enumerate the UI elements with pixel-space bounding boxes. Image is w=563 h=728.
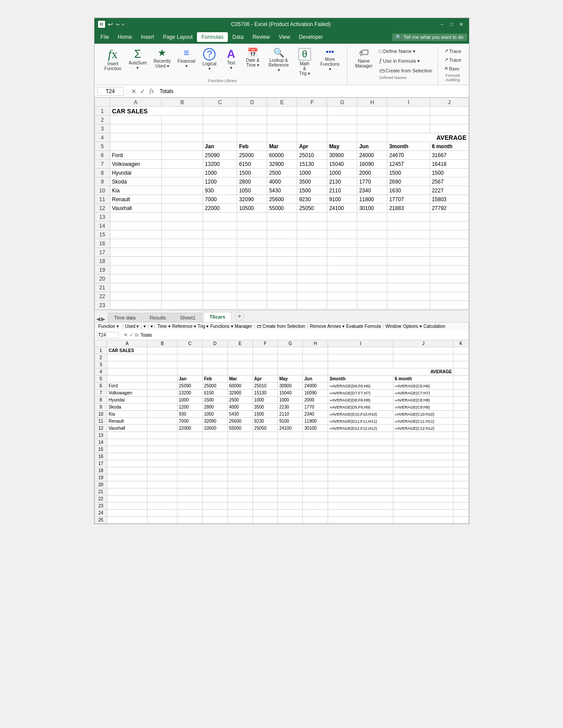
cell-D11[interactable]: 32090 bbox=[237, 195, 267, 204]
cell-B6[interactable] bbox=[162, 151, 203, 160]
cell-G9[interactable]: 2130 bbox=[327, 177, 357, 186]
create-from-selection-button[interactable]: 🗃 Create from Selection bbox=[378, 67, 434, 75]
cell-E12[interactable]: 55000 bbox=[267, 204, 297, 213]
cell-G2[interactable] bbox=[327, 116, 357, 124]
undo-icon[interactable]: ↩ bbox=[108, 21, 113, 28]
cell-C1[interactable] bbox=[203, 107, 237, 116]
sheet-tab-sheet1[interactable]: Sheet1 bbox=[174, 313, 202, 322]
cell-I3[interactable] bbox=[387, 124, 430, 133]
second-ribbon-function[interactable]: Function ▾ bbox=[97, 323, 121, 329]
cell-H11[interactable]: 11800 bbox=[357, 195, 387, 204]
cell-C8[interactable]: 1000 bbox=[203, 169, 237, 177]
cell-may[interactable]: May bbox=[327, 142, 357, 151]
cell-G7[interactable]: 15040 bbox=[327, 160, 357, 169]
cell-E4[interactable] bbox=[267, 133, 297, 142]
cell-D2[interactable] bbox=[237, 116, 267, 124]
cell-J3[interactable] bbox=[430, 124, 469, 133]
cell-average-header[interactable]: AVERAGE bbox=[387, 133, 469, 142]
cell-H2[interactable] bbox=[357, 116, 387, 124]
second-ribbon-time[interactable]: Time ▾ bbox=[157, 324, 170, 329]
cell-D9[interactable]: 2800 bbox=[237, 177, 267, 186]
cell-E7[interactable]: 32900 bbox=[267, 160, 297, 169]
cell-J1[interactable] bbox=[430, 107, 469, 116]
cell-G6[interactable]: 30900 bbox=[327, 151, 357, 160]
use-in-formula-button[interactable]: ƒ Use in Formula ▾ bbox=[378, 57, 434, 65]
cell-J9[interactable]: 2567 bbox=[430, 177, 469, 186]
confirm-formula-icon[interactable]: ✓ bbox=[139, 88, 146, 95]
cell-F1[interactable] bbox=[297, 107, 327, 116]
cell-I11[interactable]: 17707 bbox=[387, 195, 430, 204]
cell-B11[interactable] bbox=[162, 195, 203, 204]
menu-data[interactable]: Data bbox=[228, 32, 248, 42]
lookup-reference-button[interactable]: 🔍 Lookup &Reference ▾ bbox=[264, 46, 293, 74]
cell-E10[interactable]: 5430 bbox=[267, 186, 297, 195]
cell-kia[interactable]: Kia bbox=[110, 186, 162, 195]
col-header-E[interactable]: E bbox=[267, 98, 297, 107]
sheet-tab-t6cars[interactable]: T6cars bbox=[203, 312, 232, 322]
insert-function-button[interactable]: fx InsertFunction bbox=[102, 46, 125, 73]
maximize-btn[interactable]: □ bbox=[447, 20, 455, 28]
second-ribbon-used[interactable]: Used ▾ bbox=[125, 324, 139, 329]
s-col-F[interactable]: F bbox=[253, 340, 278, 347]
math-trig-button[interactable]: θ Math &Trig ▾ bbox=[295, 46, 314, 78]
more-functions-button[interactable]: ••• MoreFunctions ▾ bbox=[316, 46, 344, 73]
cell-G3[interactable] bbox=[327, 124, 357, 133]
cell-C4[interactable] bbox=[203, 133, 237, 142]
cell-A1[interactable]: CAR SALES bbox=[110, 107, 203, 116]
redo-icon[interactable]: ↪ bbox=[116, 22, 119, 27]
cell-mar[interactable]: Mar bbox=[267, 142, 297, 151]
cell-vauxhall[interactable]: Vauxhall bbox=[110, 204, 162, 213]
cell-C10[interactable]: 930 bbox=[203, 186, 237, 195]
cell-jan[interactable]: Jan bbox=[203, 142, 237, 151]
cell-B12[interactable] bbox=[162, 204, 203, 213]
add-sheet-button[interactable]: + bbox=[234, 311, 244, 321]
cell-F7[interactable]: 15130 bbox=[297, 160, 327, 169]
second-confirm-icon[interactable]: ✓ bbox=[129, 332, 133, 338]
cell-I10[interactable]: 1630 bbox=[387, 186, 430, 195]
cell-B5[interactable] bbox=[162, 142, 203, 151]
define-name-button[interactable]: □ Define Name ▾ bbox=[378, 47, 434, 55]
cell-I6[interactable]: 24670 bbox=[387, 151, 430, 160]
sheet-tab-results[interactable]: Results bbox=[143, 313, 173, 322]
cell-F11[interactable]: 9230 bbox=[297, 195, 327, 204]
cell-E3[interactable] bbox=[267, 124, 297, 133]
cell-H8[interactable]: 2000 bbox=[357, 169, 387, 177]
second-ribbon-dropdown1[interactable]: ▾ bbox=[144, 324, 146, 329]
cell-C9[interactable]: 1200 bbox=[203, 177, 237, 186]
cell-skoda[interactable]: Skoda bbox=[110, 177, 162, 186]
cell-I8[interactable]: 1500 bbox=[387, 169, 430, 177]
second-ribbon-manager[interactable]: Manager bbox=[235, 324, 252, 329]
cell-J2[interactable] bbox=[430, 116, 469, 124]
cell-I12[interactable]: 21883 bbox=[387, 204, 430, 213]
cell-H10[interactable]: 2340 bbox=[357, 186, 387, 195]
cell-H1[interactable] bbox=[357, 107, 387, 116]
col-header-H[interactable]: H bbox=[357, 98, 387, 107]
minimize-btn[interactable]: − bbox=[438, 20, 446, 28]
second-ribbon-dropdown2[interactable]: ▾ bbox=[151, 324, 153, 329]
close-btn[interactable]: ✕ bbox=[457, 20, 465, 28]
remove-arrows-button[interactable]: ✕ Rem bbox=[442, 65, 463, 72]
cell-C12[interactable]: 22000 bbox=[203, 204, 237, 213]
second-ribbon-functions[interactable]: Functions ▾ bbox=[210, 324, 233, 329]
cell-G10[interactable]: 2110 bbox=[327, 186, 357, 195]
cell-I7[interactable]: 12457 bbox=[387, 160, 430, 169]
cell-B3[interactable] bbox=[162, 124, 203, 133]
cell-F12[interactable]: 25050 bbox=[297, 204, 327, 213]
second-ribbon-reference[interactable]: Reference ▾ bbox=[172, 324, 196, 329]
cell-E8[interactable]: 2500 bbox=[267, 169, 297, 177]
cell-I2[interactable] bbox=[387, 116, 430, 124]
cell-3month[interactable]: 3month bbox=[387, 142, 430, 151]
search-box[interactable]: 🔍 Tell me what you want to do bbox=[392, 34, 467, 41]
scroll-left-icon[interactable]: ◀ bbox=[96, 316, 100, 322]
second-ribbon-create[interactable]: 🗃 Create from Selection bbox=[257, 324, 306, 329]
cell-A4[interactable] bbox=[110, 133, 162, 142]
cell-B2[interactable] bbox=[162, 116, 203, 124]
col-header-G[interactable]: G bbox=[327, 98, 357, 107]
cell-B9[interactable] bbox=[162, 177, 203, 186]
cell-G1[interactable] bbox=[327, 107, 357, 116]
cell-jun[interactable]: Jun bbox=[357, 142, 387, 151]
cell-I9[interactable]: 2690 bbox=[387, 177, 430, 186]
cell-C6[interactable]: 25090 bbox=[203, 151, 237, 160]
cell-E1[interactable] bbox=[267, 107, 297, 116]
s-col-G[interactable]: G bbox=[278, 340, 303, 347]
